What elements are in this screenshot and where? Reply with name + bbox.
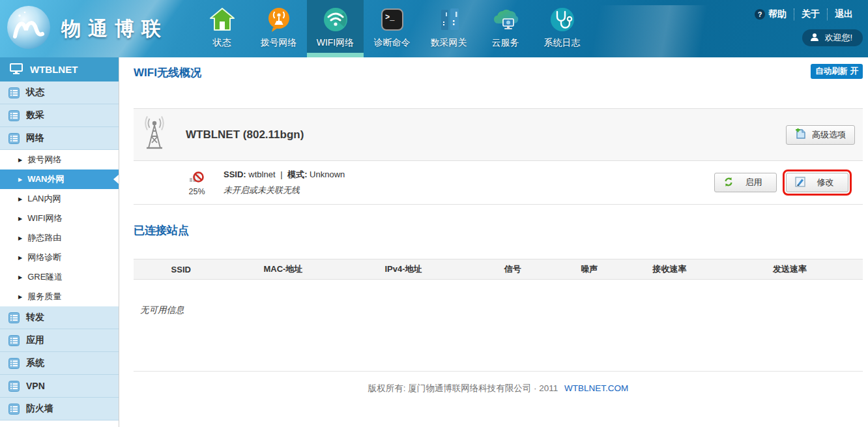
sidebar-item-wifi-network[interactable]: ▶ WIFI网络 [0, 209, 119, 228]
sidebar: WTBLNET 状态 数采 网络 ▶ 拨号网络 ▶ WAN外网 ▶ LAN内网 … [0, 57, 119, 427]
list-icon [8, 87, 20, 98]
radio-name: WTBLNET (802.11bgn) [186, 128, 304, 141]
question-icon: ? [755, 9, 765, 20]
nav-tab-cloud-service[interactable]: 云服务 [477, 0, 534, 57]
brand-name: 物通博联 [61, 16, 168, 42]
antenna-icon [141, 115, 167, 155]
terminal-icon: >_ [379, 5, 406, 35]
page-footer: 版权所有: 厦门物通博联网络科技有限公司 · 2011 WTBLNET.COM [134, 371, 863, 394]
signal-percent: 25% [188, 187, 205, 196]
nav-tab-diagnostic-command[interactable]: >_ 诊断命令 [364, 0, 420, 57]
nav-tab-wifi-network[interactable]: WIFI网络 [307, 0, 364, 57]
sidebar-item-status[interactable]: 状态 [0, 81, 119, 104]
ssid-info: SSID: wtblnet | 模式: Unknown 未开启或未关联无线 [224, 169, 347, 196]
page-title: WIFI无线概况 [134, 65, 863, 80]
edit-button[interactable]: 修改 [786, 173, 848, 192]
help-link[interactable]: ? 帮助 [747, 8, 794, 20]
sidebar-item-forwarding[interactable]: 转发 [0, 306, 119, 329]
col-rx-rate: 接收速率 [622, 259, 717, 280]
nav-tab-system-log[interactable]: 系统日志 [534, 0, 590, 57]
sidebar-item-applications[interactable]: 应用 [0, 329, 119, 352]
col-signal: 信号 [469, 259, 557, 280]
arrow-right-icon: ▶ [18, 255, 22, 261]
sidebar-item-network-diagnostics[interactable]: ▶ 网络诊断 [0, 248, 119, 267]
user-icon [810, 33, 819, 44]
sidebar-item-lan[interactable]: ▶ LAN内网 [0, 189, 119, 209]
ssid-value: wtblnet [248, 169, 275, 179]
col-mac: MAC-地址 [228, 259, 338, 280]
sidebar-item-system[interactable]: 系统 [0, 352, 119, 375]
ssid-line: SSID: wtblnet | 模式: Unknown [224, 169, 347, 181]
nav-tab-status[interactable]: 状态 [194, 0, 250, 57]
list-icon [8, 312, 20, 323]
list-icon [8, 404, 20, 415]
app-header: 物通博联 状态 拨号网络 [0, 0, 868, 57]
nav-tab-data-gateway[interactable]: 数采网关 [420, 0, 477, 57]
device-name: WTBLNET [30, 64, 78, 75]
cloud-icon [491, 5, 520, 35]
sidebar-item-gre-tunnel[interactable]: ▶ GRE隧道 [0, 267, 119, 287]
enable-button[interactable]: 启用 [714, 173, 777, 192]
separator: | [280, 169, 282, 179]
footer-link[interactable]: WTBLNET.COM [564, 383, 628, 393]
list-icon [8, 110, 20, 121]
wifi-network-row: 25% SSID: wtblnet | 模式: Unknown 未开启或未关联无… [134, 161, 863, 205]
list-icon [8, 381, 20, 392]
arrow-right-icon: ▶ [18, 157, 22, 163]
arrow-right-icon: ▶ [18, 294, 22, 300]
refresh-icon [723, 177, 734, 189]
col-ipv4: IPv4-地址 [338, 259, 469, 280]
stations-table: SSID MAC-地址 IPv4-地址 信号 噪声 接收速率 发送速率 [134, 259, 863, 280]
list-icon [8, 358, 20, 369]
col-noise: 噪声 [557, 259, 622, 280]
brand-logo: 物通博联 [5, 4, 168, 53]
sidebar-item-network[interactable]: 网络 [0, 127, 119, 150]
nav-tab-dial-network[interactable]: 拨号网络 [250, 0, 307, 57]
svg-text:>_: >_ [385, 13, 395, 22]
top-navigation: 状态 拨号网络 [194, 0, 590, 57]
stations-section-title: 已连接站点 [134, 223, 863, 238]
about-link[interactable]: 关于 [794, 8, 827, 20]
main-content: WIFI无线概况 自动刷新 开 WTBLNET (802.11bgn) [119, 57, 868, 427]
arrow-right-icon: ▶ [18, 216, 22, 222]
auto-refresh-toggle[interactable]: 自动刷新 开 [811, 64, 863, 79]
radio-action-buttons: 启用 修改 [714, 173, 848, 192]
gateway-icon [435, 5, 463, 35]
col-tx-rate: 发送速率 [717, 259, 863, 280]
arrow-right-icon: ▶ [18, 274, 22, 280]
stations-header-row: SSID MAC-地址 IPv4-地址 信号 噪声 接收速率 发送速率 [134, 259, 863, 280]
radio-status-note: 未开启或未关联无线 [224, 184, 347, 196]
ssid-label: SSID: [224, 169, 246, 179]
radio-overview-panel: WTBLNET (802.11bgn) 高级选项 [134, 108, 863, 161]
arrow-right-icon: ▶ [18, 177, 22, 183]
list-icon [8, 133, 20, 144]
sidebar-item-vpn[interactable]: VPN [0, 375, 119, 398]
wifi-icon [322, 5, 349, 35]
arrow-right-icon: ▶ [18, 196, 22, 202]
mode-label: 模式: [287, 169, 307, 179]
sidebar-item-static-route[interactable]: ▶ 静态路由 [0, 228, 119, 248]
welcome-badge[interactable]: 欢迎您! [802, 29, 863, 46]
header-links: ? 帮助 关于 退出 [747, 8, 860, 20]
logout-link[interactable]: 退出 [827, 8, 860, 20]
monitor-icon [10, 63, 23, 76]
stethoscope-icon [549, 5, 576, 35]
sidebar-item-dial-network[interactable]: ▶ 拨号网络 [0, 150, 119, 169]
col-ssid: SSID [134, 259, 228, 280]
list-icon [8, 335, 20, 346]
sidebar-item-wan[interactable]: ▶ WAN外网 [0, 169, 119, 189]
logo-sphere-icon [5, 4, 52, 53]
sidebar-item-data-collect[interactable]: 数采 [0, 104, 119, 127]
stations-empty-message: 无可用信息 [134, 304, 863, 316]
advanced-options-button[interactable]: 高级选项 [786, 125, 855, 145]
edit-pencil-icon [795, 177, 805, 189]
page-add-icon [795, 128, 806, 141]
copyright-text: 版权所有: 厦门物通博联网络科技有限公司 · 2011 [368, 383, 558, 393]
sidebar-device-header: WTBLNET [0, 57, 119, 81]
mode-value: Unknown [310, 169, 345, 179]
sidebar-item-qos[interactable]: ▶ 服务质量 [0, 287, 119, 306]
signal-cell: 25% [182, 169, 212, 196]
home-icon [209, 5, 236, 35]
arrow-right-icon: ▶ [18, 235, 22, 241]
sidebar-item-firewall[interactable]: 防火墙 [0, 398, 119, 420]
